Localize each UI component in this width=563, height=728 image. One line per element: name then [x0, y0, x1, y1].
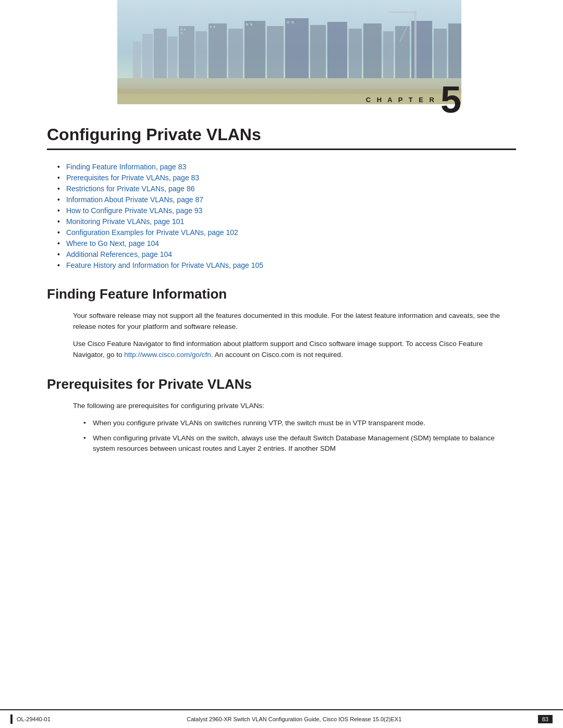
svg-rect-1	[133, 42, 141, 78]
page-container: C H A P T E R 5 Configuring Private VLAN…	[0, 0, 563, 728]
svg-rect-8	[228, 29, 243, 78]
finding-feature-para1: Your software release may not support al…	[47, 311, 516, 332]
svg-rect-4	[168, 36, 177, 78]
toc-item-7: • Configuration Examples for Private VLA…	[57, 228, 516, 237]
svg-rect-16	[383, 31, 394, 78]
toc-bullet-9: •	[57, 250, 60, 258]
svg-rect-29	[291, 21, 294, 23]
toc-link-8[interactable]: Where to Go Next, page 104	[66, 239, 159, 248]
svg-rect-34	[388, 11, 417, 13]
chapter-title: Configuring Private VLANs	[47, 120, 516, 144]
svg-rect-11	[285, 18, 309, 78]
toc-item-2: • Prerequisites for Private VLANs, page …	[57, 174, 516, 182]
toc-link-3[interactable]: Restrictions for Private VLANs, page 86	[66, 184, 195, 193]
prereq-item-2: When configuring private VLANs on the sw…	[83, 433, 516, 455]
svg-rect-15	[363, 23, 382, 78]
toc-link-9[interactable]: Additional References, page 104	[66, 250, 172, 258]
finding-feature-heading: Finding Feature Information	[47, 286, 516, 302]
svg-rect-24	[210, 26, 212, 28]
finding-feature-para2: Use Cisco Feature Navigator to find info…	[47, 339, 516, 361]
toc-item-1: • Finding Feature Information, page 83	[57, 163, 516, 171]
svg-rect-21	[181, 29, 182, 30]
prereq-item-1: When you configure private VLANs on swit…	[83, 418, 516, 429]
toc-link-2[interactable]: Prerequisites for Private VLANs, page 83	[66, 174, 199, 182]
chapter-header: C H A P T E R 5	[117, 81, 461, 118]
svg-rect-25	[214, 26, 215, 28]
toc-bullet-8: •	[57, 239, 60, 248]
main-content: Configuring Private VLANs • Finding Feat…	[0, 120, 563, 459]
toc-link-5[interactable]: How to Configure Private VLANs, page 93	[66, 206, 202, 215]
chapter-number: 5	[440, 81, 461, 118]
svg-rect-6	[195, 31, 207, 78]
footer-page-number: 83	[538, 715, 553, 723]
toc-bullet-2: •	[57, 174, 60, 182]
toc-item-4: • Information About Private VLANs, page …	[57, 195, 516, 204]
toc-link-6[interactable]: Monitoring Private VLANs, page 101	[66, 217, 184, 226]
toc-link-4[interactable]: Information About Private VLANs, page 87	[66, 195, 203, 204]
toc-link-1[interactable]: Finding Feature Information, page 83	[66, 163, 186, 171]
toc-item-8: • Where to Go Next, page 104	[57, 239, 516, 248]
prerequisites-intro: The following are prerequisites for conf…	[47, 401, 516, 412]
toc-bullet-6: •	[57, 217, 60, 226]
svg-rect-14	[349, 29, 362, 78]
toc-bullet-10: •	[57, 261, 60, 269]
svg-rect-12	[310, 25, 326, 78]
svg-rect-9	[244, 21, 265, 78]
toc-bullet-7: •	[57, 228, 60, 237]
toc-bullet-5: •	[57, 206, 60, 215]
svg-rect-23	[181, 32, 182, 34]
toc-item-6: • Monitoring Private VLANs, page 101	[57, 217, 516, 226]
toc-link-10[interactable]: Feature History and Information for Priv…	[66, 261, 263, 269]
prerequisites-section: Prerequisites for Private VLANs The foll…	[47, 376, 516, 455]
svg-rect-17	[395, 26, 410, 78]
cfn-link[interactable]: http://www.cisco.com/go/cfn	[124, 351, 211, 359]
prerequisites-list: When you configure private VLANs on swit…	[47, 418, 516, 455]
title-underline	[47, 149, 516, 150]
toc-item-9: • Additional References, page 104	[57, 250, 516, 258]
svg-rect-7	[209, 23, 227, 78]
footer-doc-id: OL-29440-01	[17, 716, 51, 722]
finding-feature-para2-after: . An account on Cisco.com is not require…	[211, 351, 343, 359]
svg-rect-19	[434, 29, 447, 78]
svg-rect-28	[287, 21, 289, 23]
svg-rect-33	[414, 10, 417, 78]
svg-rect-3	[154, 29, 167, 78]
footer-bar-icon	[10, 714, 13, 724]
svg-rect-22	[184, 29, 186, 30]
toc-item-3: • Restrictions for Private VLANs, page 8…	[57, 184, 516, 193]
svg-rect-27	[250, 23, 252, 26]
footer: OL-29440-01 Catalyst 2960-XR Switch VLAN…	[0, 709, 563, 728]
toc-item-5: • How to Configure Private VLANs, page 9…	[57, 206, 516, 215]
toc-bullet-4: •	[57, 195, 60, 204]
toc-bullet-1: •	[57, 163, 60, 171]
svg-rect-26	[246, 23, 248, 26]
footer-left: OL-29440-01	[10, 714, 51, 724]
chapter-label: C H A P T E R	[366, 96, 436, 104]
svg-rect-20	[448, 23, 461, 78]
svg-rect-10	[267, 26, 284, 78]
toc-link-7[interactable]: Configuration Examples for Private VLANs…	[66, 228, 238, 237]
toc-bullet-3: •	[57, 184, 60, 193]
footer-title: Catalyst 2960-XR Switch VLAN Configurati…	[187, 716, 401, 722]
toc-item-10: • Feature History and Information for Pr…	[57, 261, 516, 269]
svg-rect-13	[327, 22, 347, 78]
toc-list: • Finding Feature Information, page 83 •…	[47, 163, 516, 269]
svg-rect-2	[142, 34, 153, 78]
prerequisites-heading: Prerequisites for Private VLANs	[47, 376, 516, 392]
